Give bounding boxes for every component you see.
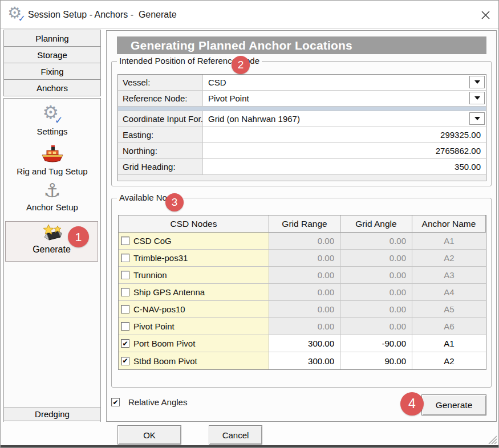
coordinate-input-dropdown[interactable]: Grid (on Nahrwan 1967) [203, 111, 486, 127]
node-checkbox[interactable] [121, 271, 129, 279]
node-name: C-NAV-pos10 [133, 304, 185, 314]
grid-range-cell[interactable]: 0.00 [269, 318, 340, 335]
node-name: Trunnion [133, 270, 167, 280]
chevron-down-icon[interactable] [469, 92, 485, 104]
sidebar-tab-planning[interactable]: Planning [3, 30, 101, 47]
easting-label: Easting: [118, 127, 203, 143]
node-name-cell: C-NAV-pos10 [119, 301, 269, 318]
anchor-icon: ⚓ [4, 180, 100, 201]
sidebar-item-anchor-setup[interactable]: ⚓ Anchor Setup [4, 180, 100, 212]
table-row: ✔Stbd Boom Pivot300.0090.00A2 [119, 352, 486, 369]
grid-heading-field[interactable]: 350.00 [203, 159, 486, 175]
column-header: CSD Nodes [119, 215, 269, 233]
sidebar-item-label: Generate [33, 245, 71, 254]
grid-angle-cell[interactable]: 0.00 [340, 250, 412, 267]
reference-node-dropdown[interactable]: Pivot Point [203, 91, 486, 107]
anchor-name-cell[interactable]: A1 [412, 335, 486, 352]
table-row: Trimble-pos310.000.00A2 [119, 250, 486, 267]
table-row: Ship GPS Antenna0.000.00A4 [119, 284, 486, 301]
sidebar-item-label: Settings [4, 127, 100, 136]
grid-angle-cell[interactable]: 90.00 [340, 352, 412, 369]
grid-range-cell[interactable]: 300.00 [269, 335, 340, 352]
node-checkbox[interactable]: ✔ [121, 357, 129, 365]
coordinate-input-label: Coordinate Input For... [118, 111, 203, 127]
window-bottom-edge [1, 445, 499, 448]
grid-angle-cell[interactable]: 0.00 [340, 233, 412, 250]
grid-range-cell[interactable]: 0.00 [269, 267, 340, 284]
sidebar-tab-dredging[interactable]: Dredging [3, 408, 101, 421]
chevron-down-icon[interactable] [469, 76, 485, 88]
node-name-cell: Pivot Point [119, 318, 269, 335]
step-badge-4: 4 [400, 392, 424, 416]
cancel-button[interactable]: Cancel [209, 425, 262, 445]
anchor-name-cell[interactable]: A2 [412, 352, 486, 369]
chevron-down-icon[interactable] [469, 112, 485, 125]
sidebar-tab-fixing[interactable]: Fixing [3, 63, 101, 80]
node-checkbox[interactable] [121, 288, 129, 296]
sidebar-item-generate-selected[interactable]: 1 Generate [5, 221, 98, 262]
table-row: ✔Port Boom Pivot300.00-90.00A1 [119, 335, 486, 352]
node-name: Stbd Boom Pivot [133, 356, 197, 366]
nodes-table: CSD NodesGrid RangeGrid AngleAnchor Name… [118, 215, 486, 370]
node-checkbox[interactable] [121, 254, 129, 262]
sidebar-tab-storage[interactable]: Storage [3, 46, 101, 63]
anchor-name-cell[interactable]: A2 [412, 250, 486, 267]
node-checkbox[interactable] [121, 322, 129, 331]
node-name-cell: Trimble-pos31 [119, 250, 269, 267]
vessel-dropdown[interactable]: CSD [203, 75, 486, 91]
relative-angles-checkbox[interactable]: ✔ [111, 398, 120, 406]
close-icon[interactable] [477, 7, 494, 22]
grid-angle-cell[interactable]: 0.00 [340, 267, 412, 284]
sidebar-item-rig-and-tug-setup[interactable]: Rig and Tug Setup [4, 144, 100, 176]
grid-range-cell[interactable]: 0.00 [269, 284, 340, 301]
dialog-footer: OK Cancel [1, 422, 499, 448]
tugboat-icon [4, 144, 100, 165]
sidebar-tab-anchors[interactable]: Anchors [3, 79, 101, 96]
grid-range-cell[interactable]: 0.00 [269, 233, 340, 250]
grid-range-cell[interactable]: 0.00 [269, 250, 340, 267]
node-checkbox[interactable] [121, 237, 129, 245]
anchor-name-cell[interactable]: A6 [412, 318, 486, 335]
table-header-row: CSD NodesGrid RangeGrid AngleAnchor Name [119, 215, 486, 233]
northing-field[interactable]: 2765862.00 [203, 143, 486, 159]
sidebar-panel: ⚙✓ Settings Rig and Tug Setup ⚓ [3, 98, 101, 423]
generate-button[interactable]: Generate [421, 394, 486, 416]
table-row: Pivot Point0.000.00A6 [119, 318, 486, 335]
form-separator [118, 107, 486, 111]
grid-angle-cell[interactable]: 0.00 [340, 284, 412, 301]
node-name: Trimble-pos31 [133, 253, 188, 263]
step-badge-2: 2 [232, 56, 250, 74]
anchor-name-cell[interactable]: A3 [412, 267, 486, 284]
grid-angle-cell[interactable]: -90.00 [340, 335, 412, 352]
grid-heading-label: Grid Heading: [118, 159, 203, 175]
grid-angle-cell[interactable]: 0.00 [340, 301, 412, 318]
easting-field[interactable]: 299325.00 [203, 127, 486, 143]
node-name-cell: Ship GPS Antenna [119, 284, 269, 301]
node-name-cell: CSD CoG [119, 233, 269, 250]
grid-range-cell[interactable]: 300.00 [269, 352, 340, 369]
ok-button[interactable]: OK [117, 425, 181, 445]
column-header: Anchor Name [412, 215, 486, 233]
table-row: C-NAV-pos100.000.00A5 [119, 301, 486, 318]
reference-node-label: Reference Node: [118, 91, 203, 107]
node-name-cell: ✔Port Boom Pivot [119, 335, 269, 352]
node-name-cell: Trunnion [119, 267, 269, 284]
anchor-name-cell[interactable]: A4 [412, 284, 486, 301]
titlebar: ⚙ ✓ Session Setup - Anchors - Generate [1, 1, 499, 28]
resize-grip[interactable] [485, 433, 497, 444]
grid-angle-cell[interactable]: 0.00 [340, 318, 412, 335]
vessel-label: Vessel: [118, 75, 203, 91]
sidebar-item-settings[interactable]: ⚙✓ Settings [4, 104, 100, 136]
node-name: CSD CoG [133, 236, 172, 246]
node-checkbox[interactable] [121, 305, 129, 313]
anchor-name-cell[interactable]: A1 [412, 233, 486, 250]
node-name: Port Boom Pivot [133, 339, 195, 348]
step-badge-3: 3 [165, 193, 184, 211]
page-title: Generating Planned Anchor Locations [117, 36, 486, 54]
main-panel: Generating Planned Anchor Locations Inte… [106, 30, 497, 422]
grid-range-cell[interactable]: 0.00 [269, 301, 340, 318]
node-name: Ship GPS Antenna [133, 287, 205, 297]
form-filler [118, 175, 486, 181]
anchor-name-cell[interactable]: A5 [412, 301, 486, 318]
node-checkbox[interactable]: ✔ [121, 339, 129, 348]
